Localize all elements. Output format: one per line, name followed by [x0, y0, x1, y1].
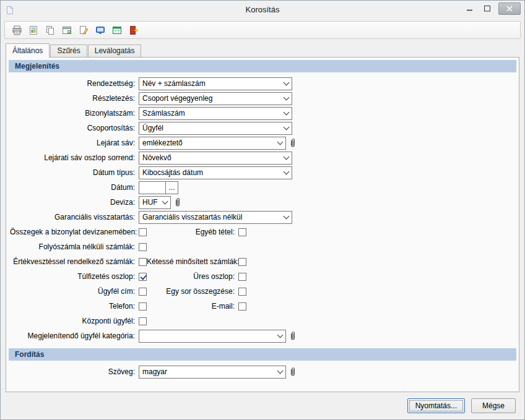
- copy-icon: [45, 25, 55, 35]
- excel-export-button[interactable]: [111, 24, 123, 36]
- telefon-checkbox[interactable]: [139, 302, 147, 311]
- titlebar: Korosítás: [1, 1, 524, 19]
- preview-button[interactable]: [27, 24, 40, 36]
- chevron-down-icon: [281, 123, 291, 134]
- row-ugyfel-kategoria: Megjelenítendő ügyfél kategória:: [9, 328, 516, 343]
- row-bizonylatszam: Bizonylatszám: Számlaszám: [9, 106, 516, 121]
- ertekvesztes-label: Értékvesztéssel rendelkező számlák:: [10, 257, 139, 266]
- row-szoveg: Szöveg: magyar: [9, 364, 516, 379]
- paperclip-icon: [289, 332, 297, 341]
- footer: Nyomtatás... Mégse: [407, 398, 516, 413]
- csoportositas-combobox[interactable]: Ügyfél: [139, 122, 292, 135]
- szoveg-attachment-button[interactable]: [288, 366, 298, 378]
- edit-button[interactable]: [77, 24, 90, 36]
- chevron-down-icon: [281, 153, 291, 163]
- rendezettseg-label: Rendezettség:: [10, 79, 139, 88]
- reszletezes-combobox[interactable]: Csoport végegyenleg: [139, 92, 292, 105]
- maximize-button[interactable]: [479, 2, 496, 15]
- egy-sor-checkbox[interactable]: [238, 288, 246, 296]
- datum-label: Dátum:: [10, 183, 139, 192]
- print-button[interactable]: [11, 24, 23, 36]
- ketesse-checkbox[interactable]: [238, 258, 246, 266]
- szoveg-combobox[interactable]: magyar: [139, 366, 286, 379]
- row-kozponti-ugyfel: Központi ügyfél:: [9, 314, 516, 328]
- tab-levalogatas[interactable]: Leválogatás: [88, 45, 142, 57]
- row-osszegek: Összegek a bizonylat devizanemében: Egyé…: [9, 225, 516, 239]
- lejarat-sav-attachment-button[interactable]: [288, 137, 298, 149]
- edit-icon: [79, 25, 89, 35]
- row-reszletezes: Részletezés: Csoport végegyenleg: [9, 91, 516, 106]
- row-csoportositas: Csoportosítás: Ügyfél: [9, 121, 516, 135]
- chevron-down-icon: [281, 79, 291, 89]
- paperclip-icon: [174, 198, 181, 207]
- chevron-down-icon: [281, 108, 291, 119]
- row-folyoszamla: Folyószámla nélküli számlák:: [9, 239, 516, 254]
- row-ugyfel-cim: Ügyfél cím: Egy sor összegzése:: [9, 284, 516, 299]
- deviza-attachment-button[interactable]: [173, 196, 183, 208]
- lejarati-sav-sorrend-combobox[interactable]: Növekvő: [139, 152, 292, 165]
- window-title: Korosítás: [1, 5, 524, 14]
- ugyfel-kategoria-combobox[interactable]: [139, 330, 286, 343]
- ugyfel-cim-checkbox[interactable]: [139, 288, 147, 296]
- preview-icon: [28, 25, 38, 35]
- row-deviza: Deviza: HUF: [9, 195, 516, 210]
- datum-tipus-combobox[interactable]: Kibocsájtás dátum: [139, 166, 292, 179]
- toolbar: [4, 21, 521, 39]
- lejarat-sav-combobox[interactable]: emlékeztető: [139, 137, 286, 150]
- ugyfel-kategoria-attachment-button[interactable]: [288, 330, 298, 342]
- chevron-down-icon: [275, 367, 285, 377]
- ures-oszlop-checkbox[interactable]: [238, 273, 246, 281]
- row-lejarat-sav: Lejárat sáv: emlékeztető: [9, 135, 516, 150]
- paperclip-icon: [289, 367, 297, 377]
- folyoszamla-checkbox[interactable]: [139, 243, 147, 251]
- minimize-icon: [467, 6, 473, 12]
- row-garancialis: Garanciális visszatartás: Garanciális vi…: [9, 210, 516, 225]
- row-lejarati-sav-sorrend: Lejárati sáv oszlop sorrend: Növekvő: [9, 150, 516, 165]
- ertekvesztes-checkbox[interactable]: [139, 258, 147, 266]
- row-tulfizetes: Túlfizetés oszlop: Üres oszlop:: [9, 269, 516, 284]
- deviza-combobox[interactable]: HUF: [139, 196, 171, 209]
- garancialis-combobox[interactable]: Garanciális visszatartás nélkül: [139, 211, 292, 224]
- close-button[interactable]: [498, 2, 521, 15]
- reszletezes-label: Részletezés:: [10, 94, 139, 103]
- close-icon: [506, 6, 513, 12]
- window-controls: [461, 2, 521, 15]
- exit-icon: [129, 25, 139, 35]
- egy-sor-label: Egy sor összegzése:: [147, 287, 238, 296]
- tab-strip: Általános Szűrés Leválogatás: [6, 45, 142, 58]
- kozponti-ugyfel-checkbox[interactable]: [139, 317, 147, 325]
- row-datum-tipus: Dátum típus: Kibocsájtás dátum: [9, 165, 516, 180]
- minimize-button[interactable]: [461, 2, 479, 15]
- garancialis-label: Garanciális visszatartás:: [10, 213, 139, 221]
- osszegek-checkbox[interactable]: [139, 228, 147, 236]
- megse-button[interactable]: Mégse: [471, 398, 516, 413]
- form-button[interactable]: [61, 24, 73, 36]
- datum-input[interactable]: [139, 181, 166, 194]
- section-header-megjelenites: Megjelenítés: [9, 60, 516, 72]
- ugyfel-kategoria-label: Megjelenítendő ügyfél kategória:: [10, 332, 139, 340]
- egyeb-tetel-checkbox[interactable]: [238, 228, 246, 236]
- tulfizetes-label: Túlfizetés oszlop:: [10, 272, 139, 281]
- row-ertekvesztes: Értékvesztéssel rendelkező számlák: Kéte…: [9, 254, 516, 269]
- datum-browse-button[interactable]: ...: [166, 181, 178, 194]
- exit-button[interactable]: [128, 24, 140, 36]
- nyomtatas-button[interactable]: Nyomtatás...: [407, 398, 465, 413]
- csoportositas-label: Csoportosítás:: [10, 124, 139, 132]
- maximize-icon: [484, 6, 490, 12]
- monitor-button[interactable]: [94, 24, 106, 36]
- lejarati-sav-sorrend-label: Lejárati sáv oszlop sorrend:: [10, 153, 139, 162]
- tulfizetes-checkbox[interactable]: [139, 273, 147, 281]
- bizonylatszam-label: Bizonylatszám:: [10, 109, 139, 118]
- chevron-down-icon: [281, 212, 291, 223]
- rendezettseg-combobox[interactable]: Név + számlaszám: [139, 77, 292, 90]
- ures-oszlop-label: Üres oszlop:: [147, 272, 238, 281]
- chevron-down-icon: [281, 168, 291, 178]
- copy-button[interactable]: [44, 24, 56, 36]
- chevron-down-icon: [160, 197, 170, 208]
- email-checkbox[interactable]: [238, 302, 246, 311]
- kozponti-ugyfel-label: Központi ügyfél:: [10, 317, 139, 325]
- tab-szures[interactable]: Szűrés: [50, 45, 87, 57]
- osszegek-label: Összegek a bizonylat devizanemében:: [10, 228, 139, 236]
- tab-altalanos[interactable]: Általános: [6, 43, 50, 58]
- bizonylatszam-combobox[interactable]: Számlaszám: [139, 107, 292, 120]
